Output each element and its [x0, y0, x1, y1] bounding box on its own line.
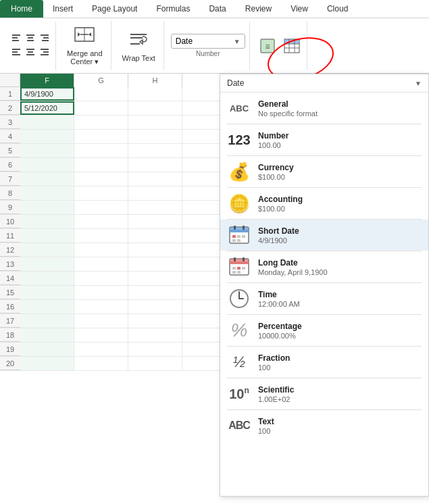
row-header-8[interactable]: 8 — [0, 186, 20, 200]
cell-G4[interactable] — [74, 130, 128, 143]
format-item-percentage[interactable]: %Percentage10000.00% — [220, 315, 428, 346]
row-header-2[interactable]: 2 — [0, 101, 20, 115]
cell-G3[interactable] — [74, 116, 128, 129]
row-header-18[interactable]: 18 — [0, 328, 20, 342]
row-header-1[interactable]: 1 — [0, 87, 20, 101]
row-header-17[interactable]: 17 — [0, 314, 20, 328]
format-item-long_date[interactable]: Long DateMonday, April 9,1900 — [220, 251, 428, 282]
cell-F6[interactable] — [20, 158, 74, 172]
cell-F14[interactable] — [20, 272, 74, 285]
cell-F11[interactable] — [20, 229, 74, 243]
cell-H19[interactable] — [128, 343, 182, 356]
cell-G20[interactable] — [74, 357, 128, 370]
cell-H12[interactable] — [128, 243, 182, 257]
cell-H11[interactable] — [128, 229, 182, 243]
row-header-19[interactable]: 19 — [0, 343, 20, 356]
col-header-G[interactable]: G — [74, 74, 128, 87]
row-header-13[interactable]: 13 — [0, 257, 20, 271]
format-item-general[interactable]: ABCGeneralNo specific format — [220, 93, 428, 124]
format-item-time[interactable]: Time12:00:00 AM — [220, 283, 428, 314]
row-header-15[interactable]: 15 — [0, 286, 20, 299]
align-middle-right-icon[interactable] — [38, 46, 51, 59]
cell-G19[interactable] — [74, 343, 128, 356]
cell-H16[interactable] — [128, 300, 182, 313]
align-top-center-icon[interactable] — [24, 32, 37, 45]
cell-H17[interactable] — [128, 314, 182, 328]
cell-G17[interactable] — [74, 314, 128, 328]
cell-G2[interactable] — [74, 101, 128, 115]
cell-G8[interactable] — [74, 186, 128, 200]
cell-F7[interactable] — [20, 172, 74, 186]
format-item-accounting[interactable]: 🪙Accounting$100.00 — [220, 188, 428, 219]
cell-H20[interactable] — [128, 357, 182, 370]
row-header-20[interactable]: 20 — [0, 357, 20, 370]
cell-H6[interactable] — [128, 158, 182, 172]
cell-H14[interactable] — [128, 272, 182, 285]
tab-cloud[interactable]: Cloud — [318, 0, 357, 18]
row-header-14[interactable]: 14 — [0, 272, 20, 285]
cell-F4[interactable] — [20, 130, 74, 143]
tab-formulas[interactable]: Formulas — [147, 0, 199, 18]
cell-F9[interactable] — [20, 201, 74, 214]
tab-data[interactable]: Data — [199, 0, 235, 18]
cell-G6[interactable] — [74, 158, 128, 172]
dropdown-panel-header[interactable]: Date ▼ — [220, 74, 428, 93]
cell-G10[interactable] — [74, 215, 128, 228]
cell-F19[interactable] — [20, 343, 74, 356]
cell-H4[interactable] — [128, 130, 182, 143]
cell-F1[interactable]: 4/9/1900 — [20, 87, 74, 101]
cell-G14[interactable] — [74, 272, 128, 285]
cell-H7[interactable] — [128, 172, 182, 186]
format-item-number[interactable]: 123Number100.00 — [220, 124, 428, 155]
cell-F16[interactable] — [20, 300, 74, 313]
col-header-H[interactable]: H — [128, 74, 182, 87]
cell-H2[interactable] — [128, 101, 182, 115]
cell-G18[interactable] — [74, 328, 128, 342]
row-header-9[interactable]: 9 — [0, 201, 20, 214]
cell-F8[interactable] — [20, 186, 74, 200]
row-header-4[interactable]: 4 — [0, 130, 20, 143]
cell-F12[interactable] — [20, 243, 74, 257]
cell-F20[interactable] — [20, 357, 74, 370]
cell-F3[interactable] — [20, 116, 74, 129]
row-header-11[interactable]: 11 — [0, 229, 20, 243]
tab-home[interactable]: Home — [0, 0, 43, 18]
cell-G12[interactable] — [74, 243, 128, 257]
cell-F5[interactable] — [20, 144, 74, 157]
number-format-dropdown[interactable]: Date ▼ — [171, 34, 245, 49]
align-middle-center-icon[interactable] — [24, 46, 37, 59]
conditional-format-icon[interactable]: ≡ — [257, 32, 278, 59]
row-header-6[interactable]: 6 — [0, 158, 20, 172]
cell-G9[interactable] — [74, 201, 128, 214]
cell-F2[interactable]: 5/12/2020 — [20, 101, 74, 115]
cell-F10[interactable] — [20, 215, 74, 228]
merge-and-center-button[interactable]: Merge andCenter ▾ — [63, 22, 107, 69]
cell-G13[interactable] — [74, 257, 128, 271]
row-header-5[interactable]: 5 — [0, 144, 20, 157]
wrap-text-button[interactable]: Wrap Text — [118, 27, 159, 65]
cell-G15[interactable] — [74, 286, 128, 299]
tab-view[interactable]: View — [281, 0, 318, 18]
format-item-scientific[interactable]: 10nScientific1.00E+02 — [220, 378, 428, 409]
tab-insert[interactable]: Insert — [43, 0, 82, 18]
cell-H5[interactable] — [128, 144, 182, 157]
cell-G5[interactable] — [74, 144, 128, 157]
cell-F17[interactable] — [20, 314, 74, 328]
cell-H15[interactable] — [128, 286, 182, 299]
cell-G16[interactable] — [74, 300, 128, 313]
row-header-7[interactable]: 7 — [0, 172, 20, 186]
cell-G1[interactable] — [74, 87, 128, 101]
cell-H1[interactable] — [128, 87, 182, 101]
cell-G11[interactable] — [74, 229, 128, 243]
cell-H3[interactable] — [128, 116, 182, 129]
align-middle-left-icon[interactable] — [9, 46, 23, 59]
row-header-10[interactable]: 10 — [0, 215, 20, 228]
cell-G7[interactable] — [74, 172, 128, 186]
cell-H13[interactable] — [128, 257, 182, 271]
format-item-fraction[interactable]: ½Fraction100 — [220, 347, 428, 378]
cell-H9[interactable] — [128, 201, 182, 214]
tab-page-layout[interactable]: Page Layout — [82, 0, 147, 18]
cell-F18[interactable] — [20, 328, 74, 342]
format-item-text[interactable]: ABCText100 — [220, 410, 428, 441]
cell-F15[interactable] — [20, 286, 74, 299]
